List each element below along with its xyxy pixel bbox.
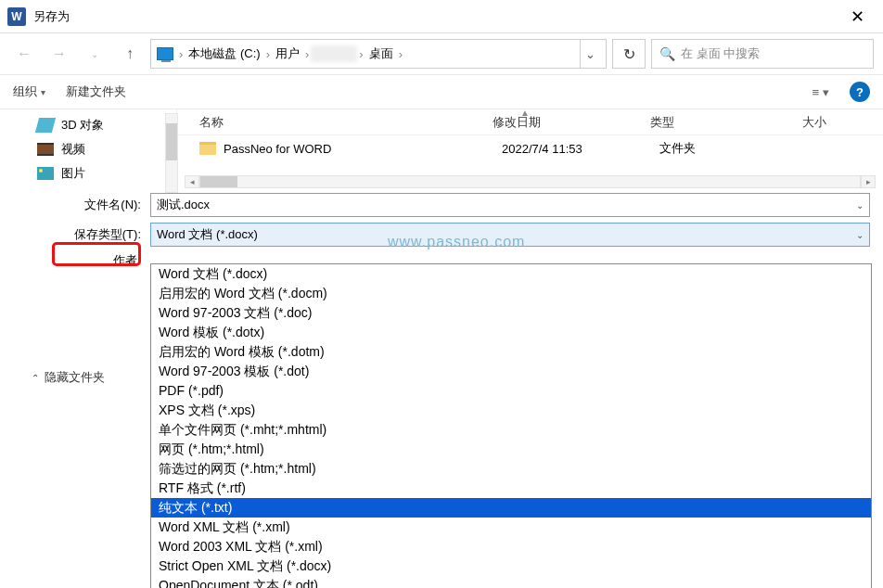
nav-row: ← → ⌄ ↑ › 本地磁盘 (C:) › 用户 › › 桌面 › ⌄ ↻ 🔍 … [0,33,883,74]
savetype-label: 保存类型(T): [13,226,143,243]
view-options-button[interactable]: ≡ ▾ [812,85,829,99]
dropdown-option[interactable]: Word 模板 (*.dotx) [151,323,871,342]
savetype-dropdown: Word 文档 (*.docx)启用宏的 Word 文档 (*.docm)Wor… [150,263,872,588]
breadcrumb-drive[interactable]: 本地磁盘 (C:) [185,45,263,62]
refresh-button[interactable]: ↻ [612,39,646,69]
savetype-combobox[interactable]: Word 文档 (*.docx) ⌄ [150,223,870,247]
dropdown-option[interactable]: Word 文档 (*.docx) [151,264,871,284]
dropdown-option[interactable]: Word XML 文档 (*.xml) [151,518,871,537]
folder-icon [199,142,216,155]
chevron-right-icon: › [359,47,363,61]
sidebar-scrollbar[interactable] [165,113,178,193]
horizontal-scrollbar[interactable]: ◂ ▸ [185,174,876,189]
new-folder-button[interactable]: 新建文件夹 [66,83,126,100]
chevron-right-icon: › [305,47,309,61]
breadcrumb-user-redacted[interactable] [311,45,357,62]
chevron-right-icon: › [179,47,183,61]
sort-indicator-icon: ▲ [520,108,530,118]
dropdown-option[interactable]: Strict Open XML 文档 (*.docx) [151,556,871,576]
filename-input[interactable]: 测试.docx ⌄ [150,193,870,217]
file-row[interactable]: PassNeo for WORD 2022/7/4 11:53 文件夹 [177,135,883,161]
column-size[interactable]: 大小 [771,114,845,131]
toolbar: 组织 ▾ 新建文件夹 ≡ ▾ ? [0,74,883,109]
body: 3D 对象 视频 图片 ▲ 名称 修改日期 类型 大小 PassNeo for … [0,109,883,189]
dropdown-option[interactable]: 单个文件网页 (*.mht;*.mhtml) [151,420,871,440]
search-placeholder: 在 桌面 中搜索 [681,45,760,62]
back-button[interactable]: ← [9,39,39,69]
dropdown-option[interactable]: Word 97-2003 模板 (*.dot) [151,362,871,381]
file-type: 文件夹 [659,140,780,157]
scroll-thumb[interactable] [166,123,177,160]
close-button[interactable]: ✕ [839,5,876,29]
filename-label: 文件名(N): [13,197,143,213]
chevron-down-icon: ▾ [41,87,45,97]
hide-folders-button[interactable]: ⌃ 隐藏文件夹 [13,369,105,386]
dropdown-option[interactable]: 纯文本 (*.txt) [151,498,871,518]
author-label: 作者: [13,252,143,269]
dropdown-option[interactable]: 启用宏的 Word 文档 (*.docm) [151,284,871,303]
sidebar-item-3d-objects[interactable]: 3D 对象 [19,113,169,137]
scroll-thumb[interactable] [200,176,237,187]
pictures-icon [37,167,54,180]
breadcrumb-dropdown-icon[interactable]: ⌄ [580,40,600,68]
monitor-icon [157,47,173,60]
list-view-icon: ≡ [812,85,819,99]
chevron-right-icon: › [266,47,270,61]
forward-button[interactable]: → [45,39,74,69]
dropdown-option[interactable]: 启用宏的 Word 模板 (*.dotm) [151,342,871,362]
dropdown-option[interactable]: 网页 (*.htm;*.html) [151,440,871,459]
word-icon: W [7,7,26,26]
dropdown-option[interactable]: XPS 文档 (*.xps) [151,401,871,420]
help-button[interactable]: ? [850,82,870,102]
scroll-left-icon[interactable]: ◂ [185,175,199,188]
recent-chevron-icon[interactable]: ⌄ [80,39,109,69]
titlebar: W 另存为 ✕ [0,0,883,33]
file-date: 2022/7/4 11:53 [502,142,659,156]
dropdown-option[interactable]: Word 2003 XML 文档 (*.xml) [151,537,871,556]
file-list: ▲ 名称 修改日期 类型 大小 PassNeo for WORD 2022/7/… [176,109,883,189]
column-date[interactable]: 修改日期 [493,114,650,131]
sidebar-item-pictures[interactable]: 图片 [19,161,169,185]
chevron-up-icon: ⌃ [32,373,39,383]
list-header: 名称 修改日期 类型 大小 [177,109,883,135]
up-button[interactable]: ↑ [115,39,145,69]
dropdown-option[interactable]: Word 97-2003 文档 (*.doc) [151,303,871,323]
breadcrumb-users[interactable]: 用户 [272,45,303,62]
chevron-down-icon: ⌄ [856,230,864,240]
dropdown-option[interactable]: PDF (*.pdf) [151,381,871,401]
search-icon: 🔍 [659,46,675,61]
scroll-right-icon[interactable]: ▸ [861,175,876,188]
3d-objects-icon [35,118,56,133]
column-type[interactable]: 类型 [650,114,771,131]
breadcrumb-desktop[interactable]: 桌面 [365,45,397,62]
organize-button[interactable]: 组织 ▾ [13,83,45,100]
sidebar: 3D 对象 视频 图片 [0,109,176,189]
videos-icon [37,143,54,156]
chevron-down-icon[interactable]: ⌄ [856,200,864,211]
chevron-right-icon: › [399,47,403,61]
column-name[interactable]: 名称 [177,114,493,131]
form-area: 文件名(N): 测试.docx ⌄ 保存类型(T): Word 文档 (*.do… [0,189,883,269]
dropdown-option[interactable]: RTF 格式 (*.rtf) [151,479,871,498]
window-title: 另存为 [33,8,839,25]
file-name: PassNeo for WORD [224,142,502,156]
search-input[interactable]: 🔍 在 桌面 中搜索 [651,39,874,69]
breadcrumb[interactable]: › 本地磁盘 (C:) › 用户 › › 桌面 › ⌄ [150,39,607,69]
dropdown-option[interactable]: OpenDocument 文本 (*.odt) [151,576,871,588]
sidebar-item-videos[interactable]: 视频 [19,137,169,161]
chevron-down-icon: ▾ [823,85,829,99]
dropdown-option[interactable]: 筛选过的网页 (*.htm;*.html) [151,459,871,479]
